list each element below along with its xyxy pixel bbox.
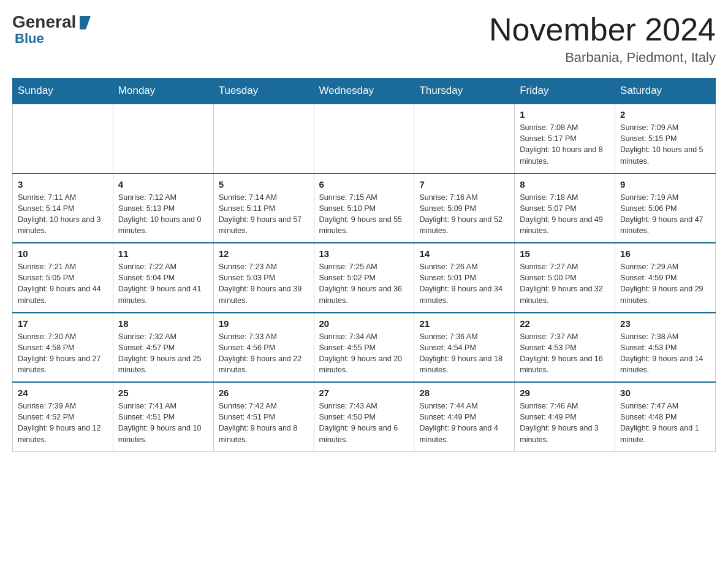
day-info: Sunrise: 7:32 AM Sunset: 4:57 PM Dayligh… <box>118 331 208 376</box>
calendar-cell: 20Sunrise: 7:34 AM Sunset: 4:55 PM Dayli… <box>314 313 414 383</box>
calendar-cell: 21Sunrise: 7:36 AM Sunset: 4:54 PM Dayli… <box>414 313 515 383</box>
title-area: November 2024 Barbania, Piedmont, Italy <box>489 12 716 66</box>
day-info: Sunrise: 7:18 AM Sunset: 5:07 PM Dayligh… <box>520 192 610 237</box>
week-row-4: 17Sunrise: 7:30 AM Sunset: 4:58 PM Dayli… <box>13 313 716 383</box>
day-number: 3 <box>18 179 108 190</box>
day-number: 29 <box>520 388 610 398</box>
day-number: 27 <box>319 388 409 398</box>
day-info: Sunrise: 7:42 AM Sunset: 4:51 PM Dayligh… <box>219 400 309 445</box>
day-info: Sunrise: 7:34 AM Sunset: 4:55 PM Dayligh… <box>319 331 409 376</box>
calendar-cell: 14Sunrise: 7:26 AM Sunset: 5:01 PM Dayli… <box>414 243 515 313</box>
day-info: Sunrise: 7:47 AM Sunset: 4:48 PM Dayligh… <box>620 400 710 445</box>
week-row-1: 1Sunrise: 7:08 AM Sunset: 5:17 PM Daylig… <box>13 104 716 174</box>
day-info: Sunrise: 7:09 AM Sunset: 5:15 PM Dayligh… <box>620 122 710 167</box>
day-number: 19 <box>219 318 309 329</box>
day-info: Sunrise: 7:44 AM Sunset: 4:49 PM Dayligh… <box>419 400 509 445</box>
calendar-cell: 13Sunrise: 7:25 AM Sunset: 5:02 PM Dayli… <box>314 243 414 313</box>
day-info: Sunrise: 7:33 AM Sunset: 4:56 PM Dayligh… <box>219 331 309 376</box>
day-number: 10 <box>18 248 108 259</box>
calendar-cell: 3Sunrise: 7:11 AM Sunset: 5:14 PM Daylig… <box>13 174 113 243</box>
day-info: Sunrise: 7:22 AM Sunset: 5:04 PM Dayligh… <box>118 261 208 306</box>
day-number: 17 <box>18 318 108 329</box>
day-info: Sunrise: 7:15 AM Sunset: 5:10 PM Dayligh… <box>319 192 409 237</box>
day-info: Sunrise: 7:26 AM Sunset: 5:01 PM Dayligh… <box>419 261 509 306</box>
day-info: Sunrise: 7:29 AM Sunset: 4:59 PM Dayligh… <box>620 261 710 306</box>
week-row-5: 24Sunrise: 7:39 AM Sunset: 4:52 PM Dayli… <box>13 382 716 451</box>
day-number: 12 <box>219 248 309 259</box>
header-tuesday: Tuesday <box>213 79 314 104</box>
day-number: 9 <box>620 179 710 190</box>
header-saturday: Saturday <box>615 79 716 104</box>
day-info: Sunrise: 7:21 AM Sunset: 5:05 PM Dayligh… <box>18 261 108 306</box>
day-number: 4 <box>118 179 208 190</box>
calendar-cell <box>414 104 515 174</box>
location-title: Barbania, Piedmont, Italy <box>489 50 716 66</box>
calendar-cell <box>213 104 314 174</box>
day-number: 7 <box>419 179 509 190</box>
header-sunday: Sunday <box>13 79 113 104</box>
calendar-cell: 1Sunrise: 7:08 AM Sunset: 5:17 PM Daylig… <box>515 104 615 174</box>
day-number: 6 <box>319 179 409 190</box>
day-number: 11 <box>118 248 208 259</box>
logo-blue-text: Blue <box>15 31 44 47</box>
header-friday: Friday <box>515 79 615 104</box>
day-number: 15 <box>520 248 610 259</box>
day-number: 28 <box>419 388 509 398</box>
calendar-cell: 28Sunrise: 7:44 AM Sunset: 4:49 PM Dayli… <box>414 382 515 451</box>
day-number: 1 <box>520 109 610 120</box>
calendar-cell: 12Sunrise: 7:23 AM Sunset: 5:03 PM Dayli… <box>213 243 314 313</box>
day-info: Sunrise: 7:14 AM Sunset: 5:11 PM Dayligh… <box>219 192 309 237</box>
day-info: Sunrise: 7:16 AM Sunset: 5:09 PM Dayligh… <box>419 192 509 237</box>
day-number: 16 <box>620 248 710 259</box>
day-info: Sunrise: 7:39 AM Sunset: 4:52 PM Dayligh… <box>18 400 108 445</box>
week-row-3: 10Sunrise: 7:21 AM Sunset: 5:05 PM Dayli… <box>13 243 716 313</box>
svg-marker-0 <box>80 16 91 29</box>
day-number: 13 <box>319 248 409 259</box>
day-number: 14 <box>419 248 509 259</box>
day-info: Sunrise: 7:11 AM Sunset: 5:14 PM Dayligh… <box>18 192 108 237</box>
calendar-cell: 23Sunrise: 7:38 AM Sunset: 4:53 PM Dayli… <box>615 313 716 383</box>
calendar-cell: 16Sunrise: 7:29 AM Sunset: 4:59 PM Dayli… <box>615 243 716 313</box>
day-number: 26 <box>219 388 309 398</box>
week-row-2: 3Sunrise: 7:11 AM Sunset: 5:14 PM Daylig… <box>13 174 716 243</box>
calendar-cell: 26Sunrise: 7:42 AM Sunset: 4:51 PM Dayli… <box>213 382 314 451</box>
calendar-cell: 24Sunrise: 7:39 AM Sunset: 4:52 PM Dayli… <box>13 382 113 451</box>
logo-general-text: General <box>12 12 76 32</box>
header-monday: Monday <box>113 79 213 104</box>
header-wednesday: Wednesday <box>314 79 414 104</box>
logo: General Blue <box>12 12 91 47</box>
day-info: Sunrise: 7:36 AM Sunset: 4:54 PM Dayligh… <box>419 331 509 376</box>
day-info: Sunrise: 7:43 AM Sunset: 4:50 PM Dayligh… <box>319 400 409 445</box>
day-number: 30 <box>620 388 710 398</box>
calendar-cell: 27Sunrise: 7:43 AM Sunset: 4:50 PM Dayli… <box>314 382 414 451</box>
calendar-cell: 18Sunrise: 7:32 AM Sunset: 4:57 PM Dayli… <box>113 313 213 383</box>
header-row: SundayMondayTuesdayWednesdayThursdayFrid… <box>13 79 716 104</box>
calendar-cell: 8Sunrise: 7:18 AM Sunset: 5:07 PM Daylig… <box>515 174 615 243</box>
day-info: Sunrise: 7:27 AM Sunset: 5:00 PM Dayligh… <box>520 261 610 306</box>
day-info: Sunrise: 7:46 AM Sunset: 4:49 PM Dayligh… <box>520 400 610 445</box>
day-number: 5 <box>219 179 309 190</box>
calendar-cell: 25Sunrise: 7:41 AM Sunset: 4:51 PM Dayli… <box>113 382 213 451</box>
day-number: 20 <box>319 318 409 329</box>
calendar-cell: 5Sunrise: 7:14 AM Sunset: 5:11 PM Daylig… <box>213 174 314 243</box>
calendar-cell: 15Sunrise: 7:27 AM Sunset: 5:00 PM Dayli… <box>515 243 615 313</box>
logo-flag-icon <box>77 16 91 29</box>
day-number: 23 <box>620 318 710 329</box>
day-number: 21 <box>419 318 509 329</box>
day-info: Sunrise: 7:19 AM Sunset: 5:06 PM Dayligh… <box>620 192 710 237</box>
day-info: Sunrise: 7:23 AM Sunset: 5:03 PM Dayligh… <box>219 261 309 306</box>
day-number: 8 <box>520 179 610 190</box>
day-info: Sunrise: 7:37 AM Sunset: 4:53 PM Dayligh… <box>520 331 610 376</box>
day-number: 25 <box>118 388 208 398</box>
calendar-cell <box>13 104 113 174</box>
calendar-cell: 10Sunrise: 7:21 AM Sunset: 5:05 PM Dayli… <box>13 243 113 313</box>
header-thursday: Thursday <box>414 79 515 104</box>
calendar-cell: 6Sunrise: 7:15 AM Sunset: 5:10 PM Daylig… <box>314 174 414 243</box>
page-header: General Blue November 2024 Barbania, Pie… <box>12 12 716 66</box>
day-number: 22 <box>520 318 610 329</box>
day-info: Sunrise: 7:08 AM Sunset: 5:17 PM Dayligh… <box>520 122 610 167</box>
calendar-cell: 2Sunrise: 7:09 AM Sunset: 5:15 PM Daylig… <box>615 104 716 174</box>
calendar-cell: 30Sunrise: 7:47 AM Sunset: 4:48 PM Dayli… <box>615 382 716 451</box>
calendar-cell: 17Sunrise: 7:30 AM Sunset: 4:58 PM Dayli… <box>13 313 113 383</box>
calendar-cell: 11Sunrise: 7:22 AM Sunset: 5:04 PM Dayli… <box>113 243 213 313</box>
